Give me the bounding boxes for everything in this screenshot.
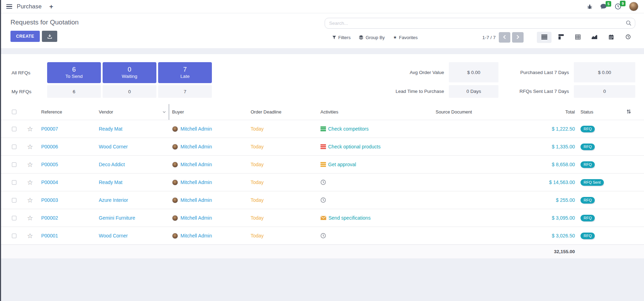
reference-link[interactable]: P00007 [41,126,58,132]
my-waiting-count[interactable]: 0 [103,85,156,98]
vendor-link[interactable]: Gemini Furniture [99,215,135,221]
total-text: $ 8,658.00 [552,162,575,167]
source-document-cell [433,174,522,191]
row-checkbox[interactable] [12,180,16,185]
activity-link[interactable]: Check competitors [328,126,369,132]
vendor-link[interactable]: Azure Interior [99,197,128,203]
vendor-link[interactable]: Ready Mat [99,126,123,132]
deadline-text: Today [251,197,264,203]
activity-link[interactable]: Check optional products [328,144,380,149]
activity-clock-icon[interactable] [320,197,326,203]
reference-link[interactable]: P00001 [41,233,58,238]
buyer-link[interactable]: Mitchell Admin [180,233,212,238]
row-checkbox[interactable] [12,198,16,203]
column-source-document[interactable]: Source Document [433,104,522,120]
star-icon[interactable]: ☆ [27,197,33,204]
app-title[interactable]: Purchase [17,3,42,10]
vendor-link[interactable]: Wood Corner [99,144,128,149]
row-checkbox[interactable] [12,162,16,167]
stat-late-button[interactable]: 7 Late [158,62,212,83]
row-checkbox[interactable] [12,216,16,220]
debug-bug-icon[interactable] [587,4,592,9]
table-row[interactable]: ☆ P00003 Azure Interior Mitchell Admin T… [0,191,644,209]
view-list-button[interactable] [537,32,552,43]
activities-button[interactable]: 9 [615,3,621,10]
stat-to-send-button[interactable]: 6 To Send [47,62,101,83]
row-checkbox[interactable] [12,127,16,131]
adjust-columns-button[interactable] [621,104,636,120]
activity-list-icon[interactable] [320,162,326,167]
page-title: Requests for Quotation [10,19,325,26]
row-checkbox[interactable] [12,234,16,238]
column-buyer[interactable]: Buyer [169,104,248,120]
vendor-link[interactable]: Ready Mat [99,179,123,185]
my-late-count[interactable]: 7 [158,85,212,98]
reference-link[interactable]: P00002 [41,215,58,221]
column-order-deadline[interactable]: Order Deadline [248,104,318,120]
table-row[interactable]: ☆ P00002 Gemini Furniture Mitchell Admin… [0,209,644,227]
activity-envelope-icon[interactable] [320,216,326,220]
activity-link[interactable]: Get approval [328,162,356,167]
star-icon[interactable]: ☆ [27,144,33,150]
user-avatar[interactable] [629,2,638,11]
reference-link[interactable]: P00005 [41,162,58,167]
reference-link[interactable]: P00006 [41,144,58,149]
deadline-text: Today [251,144,264,149]
reference-link[interactable]: P00003 [41,197,58,203]
column-activities[interactable]: Activities [318,104,433,120]
view-activity-button[interactable] [621,32,635,43]
row-checkbox[interactable] [12,145,16,149]
buyer-link[interactable]: Mitchell Admin [180,144,212,149]
table-row[interactable]: ☆ P00001 Wood Corner Mitchell Admin Toda… [0,227,644,244]
buyer-avatar [172,233,178,239]
export-button[interactable] [42,31,57,42]
table-row[interactable]: ☆ P00007 Ready Mat Mitchell Admin Today … [0,120,644,138]
source-document-cell [433,191,522,209]
buyer-link[interactable]: Mitchell Admin [180,179,212,185]
column-vendor[interactable]: Vendor [96,104,169,120]
view-calendar-button[interactable] [604,32,619,43]
view-kanban-button[interactable] [554,32,568,43]
buyer-link[interactable]: Mitchell Admin [180,162,212,167]
column-reference[interactable]: Reference [38,104,96,120]
table-row[interactable]: ☆ P00006 Wood Corner Mitchell Admin Toda… [0,138,644,155]
view-graph-button[interactable] [587,32,602,43]
apps-menu-icon[interactable] [6,4,12,9]
activity-list-icon[interactable] [320,144,326,149]
search-input[interactable] [325,18,635,29]
reference-link[interactable]: P00004 [41,179,58,185]
group-by-button[interactable]: Group By [355,33,389,42]
stat-waiting-button[interactable]: 0 Waiting [103,62,156,83]
star-icon[interactable]: ☆ [27,233,33,239]
column-total[interactable]: Total [522,104,578,120]
messages-button[interactable]: 5 [600,3,607,9]
table-row[interactable]: ☆ P00004 Ready Mat Mitchell Admin Today … [0,173,644,191]
vendor-link[interactable]: Deco Addict [99,162,125,167]
pager-next-button[interactable] [512,32,524,43]
search-icon[interactable] [626,20,631,27]
create-button[interactable]: CREATE [10,31,40,42]
lead-time-value: 0 Days [449,85,498,98]
view-pivot-button[interactable] [570,32,585,43]
column-status[interactable]: Status [578,104,621,120]
filters-button[interactable]: Filters [328,33,355,42]
star-icon[interactable]: ☆ [27,179,33,186]
pager-prev-button[interactable] [499,32,510,43]
activity-list-icon[interactable] [320,126,326,131]
buyer-link[interactable]: Mitchell Admin [180,126,212,132]
buyer-link[interactable]: Mitchell Admin [180,197,212,203]
buyer-link[interactable]: Mitchell Admin [180,215,212,221]
table-row[interactable]: ☆ P00005 Deco Addict Mitchell Admin Toda… [0,155,644,173]
activity-link[interactable]: Send specifications [328,215,371,221]
activity-clock-icon[interactable] [320,179,326,185]
select-all-checkbox[interactable] [12,110,16,114]
chevron-left-icon [503,35,506,40]
vendor-link[interactable]: Wood Corner [99,233,128,238]
star-icon[interactable]: ☆ [27,161,33,168]
star-icon[interactable]: ☆ [27,215,33,221]
star-icon[interactable]: ☆ [27,126,33,132]
activity-clock-icon[interactable] [320,233,326,238]
favorites-button[interactable]: ★ Favorites [389,33,422,42]
plus-icon[interactable]: + [49,3,53,10]
my-to-send-count[interactable]: 6 [47,85,101,98]
